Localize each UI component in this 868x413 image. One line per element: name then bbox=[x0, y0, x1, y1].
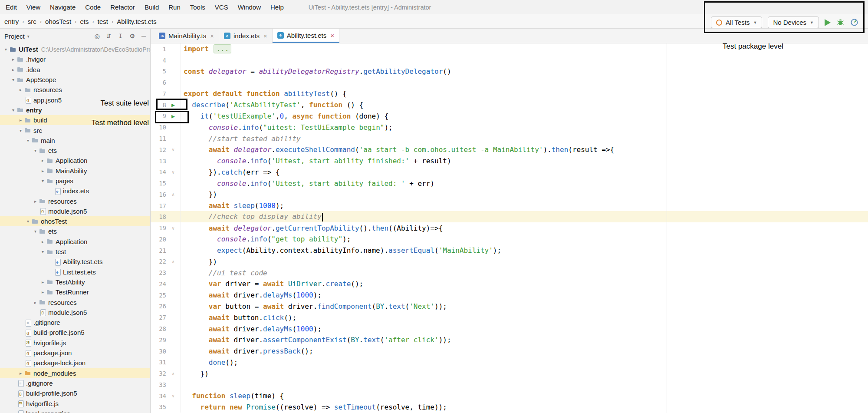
chevron-down-icon[interactable]: ▾ bbox=[39, 249, 46, 254]
tree-item-package-json[interactable]: package.json bbox=[0, 348, 150, 358]
code-text[interactable]: function sleep(time) { bbox=[181, 392, 284, 400]
menu-code[interactable]: Code bbox=[80, 3, 105, 11]
tree-item-gitignore[interactable]: .gitignore bbox=[0, 317, 150, 327]
code-text[interactable]: console.info('Uitest, start ability fini… bbox=[181, 157, 451, 165]
tree-item-build-profile-json5[interactable]: build-profile.json5 bbox=[0, 388, 150, 398]
tree-item-idea[interactable]: ▸.idea bbox=[0, 65, 150, 75]
tree-item-appscope[interactable]: ▾AppScope bbox=[0, 75, 150, 85]
code-text[interactable]: await delegator.executeShellCommand('aa … bbox=[181, 145, 614, 154]
code-text[interactable]: //start tested ability bbox=[181, 135, 301, 143]
tree-item-node-modules[interactable]: ▸node_modules bbox=[0, 368, 150, 378]
chevron-down-icon[interactable]: ▾ bbox=[10, 108, 16, 112]
tree-item-module-json5[interactable]: module.json5 bbox=[0, 206, 150, 216]
fold-icon[interactable]: ∨ bbox=[166, 147, 180, 152]
chevron-right-icon[interactable]: ▸ bbox=[32, 300, 39, 305]
breadcrumb-item-entry[interactable]: entry bbox=[4, 18, 19, 25]
breadcrumb-item-ability-test-ets[interactable]: Ability.test.ets bbox=[117, 18, 156, 25]
tree-item-uitest[interactable]: ▾UiTestC:\Users\Administrator\DevEcoStud… bbox=[0, 44, 150, 54]
chevron-right-icon[interactable]: ▸ bbox=[32, 199, 39, 204]
chevron-right-icon[interactable]: ▸ bbox=[39, 169, 46, 173]
code-text[interactable]: }) bbox=[181, 258, 217, 266]
tree-item-module-json5[interactable]: module.json5 bbox=[0, 307, 150, 317]
fold-icon[interactable]: ∧ bbox=[166, 259, 180, 264]
menu-tools[interactable]: Tools bbox=[185, 3, 210, 11]
code-editor[interactable]: 1import ...45const delegator = abilityDe… bbox=[151, 43, 868, 413]
menu-view[interactable]: View bbox=[22, 3, 45, 11]
tree-item-package-lock-json[interactable]: package-lock.json bbox=[0, 358, 150, 368]
chevron-right-icon[interactable]: ▸ bbox=[39, 280, 46, 284]
tree-item-main[interactable]: ▾main bbox=[0, 135, 150, 145]
tree-item-ohostest[interactable]: ▾ohosTest bbox=[0, 216, 150, 226]
menu-refactor[interactable]: Refactor bbox=[105, 3, 140, 11]
chevron-right-icon[interactable]: ▸ bbox=[17, 87, 24, 92]
code-text[interactable]: await delegator.getCurrentTopAbility().t… bbox=[181, 224, 443, 232]
tree-item-gitignore[interactable]: .gitignore bbox=[0, 378, 150, 388]
fold-icon[interactable]: ∧ bbox=[166, 192, 180, 197]
tab-mainability-ts[interactable]: MainAbility.ts× bbox=[154, 29, 219, 43]
hide-panel-icon[interactable]: ─ bbox=[141, 33, 146, 40]
tree-item-ets[interactable]: ▾ets bbox=[0, 226, 150, 236]
chevron-down-icon[interactable]: ▾ bbox=[10, 77, 16, 82]
chevron-down-icon[interactable]: ▾ bbox=[25, 138, 31, 143]
code-text[interactable]: await driver.assertComponentExist(BY.tex… bbox=[181, 336, 451, 344]
chevron-down-icon[interactable]: ▾ bbox=[32, 229, 39, 234]
tree-item-hvigor[interactable]: ▸.hvigor bbox=[0, 54, 150, 64]
menu-help[interactable]: Help bbox=[266, 3, 289, 11]
code-text[interactable]: await driver.pressBack(); bbox=[181, 347, 313, 355]
chevron-down-icon[interactable]: ▾ bbox=[17, 128, 24, 133]
close-icon[interactable]: × bbox=[210, 32, 214, 40]
breadcrumb-item-ets[interactable]: ets bbox=[80, 18, 89, 25]
chevron-right-icon[interactable]: ▸ bbox=[39, 239, 46, 244]
menu-edit[interactable]: Edit bbox=[1, 3, 22, 11]
tree-item-hvigorfile-js[interactable]: hvigorfile.js bbox=[0, 398, 150, 408]
code-text[interactable]: await driver.delayMs(1000); bbox=[181, 325, 322, 333]
code-text[interactable]: describe('ActsAbilityTest', function () … bbox=[181, 101, 363, 109]
fold-icon[interactable]: ∨ bbox=[166, 170, 180, 175]
tree-item-resources[interactable]: ▸resources bbox=[0, 297, 150, 307]
menu-window[interactable]: Window bbox=[233, 3, 266, 11]
chevron-down-icon[interactable]: ▾ bbox=[3, 47, 9, 52]
chevron-right-icon[interactable]: ▸ bbox=[39, 158, 46, 163]
fold-icon[interactable]: ∨ bbox=[166, 226, 180, 231]
tree-item-build-profile-json5[interactable]: build-profile.json5 bbox=[0, 327, 150, 337]
code-text[interactable]: return new Promise((resolve) => setTimeo… bbox=[181, 403, 447, 411]
fold-icon[interactable]: ∨ bbox=[166, 393, 180, 398]
tree-item-testrunner[interactable]: ▸TestRunner bbox=[0, 287, 150, 297]
tree-item-testability[interactable]: ▸TestAbility bbox=[0, 277, 150, 287]
project-panel-title[interactable]: Project bbox=[4, 33, 25, 40]
tree-item-ets[interactable]: ▾ets bbox=[0, 145, 150, 155]
code-text[interactable]: done(); bbox=[181, 358, 238, 367]
tree-item-ability-test-ets[interactable]: Ability.test.ets bbox=[0, 257, 150, 267]
breadcrumb-item-src[interactable]: src bbox=[28, 18, 36, 25]
chevron-down-icon[interactable]: ▾ bbox=[39, 178, 46, 183]
code-text[interactable]: //ui test code bbox=[181, 269, 267, 277]
settings-icon[interactable]: ⚙ bbox=[130, 33, 135, 40]
tab-ability-test-ets[interactable]: Ability.test.ets× bbox=[273, 29, 339, 43]
tree-item-resources[interactable]: ▸resources bbox=[0, 85, 150, 95]
chevron-down-icon[interactable]: ▾ bbox=[25, 219, 31, 224]
code-text[interactable]: await button.click(); bbox=[181, 314, 296, 322]
code-text[interactable]: }).catch(err => { bbox=[181, 168, 280, 176]
code-text[interactable]: console.info("uitest: TestUiExample begi… bbox=[181, 123, 393, 132]
chevron-right-icon[interactable]: ▸ bbox=[10, 57, 16, 62]
code-text[interactable]: await driver.delayMs(1000); bbox=[181, 291, 322, 299]
menu-build[interactable]: Build bbox=[140, 3, 164, 11]
code-text[interactable]: }) bbox=[181, 190, 217, 198]
chevron-right-icon[interactable]: ▸ bbox=[17, 371, 24, 376]
chevron-right-icon[interactable]: ▸ bbox=[17, 118, 24, 122]
close-icon[interactable]: × bbox=[263, 32, 267, 40]
code-text[interactable]: }) bbox=[181, 370, 209, 378]
tree-item-local-properties[interactable]: local.properties bbox=[0, 409, 150, 413]
tree-item-application[interactable]: ▸Application bbox=[0, 237, 150, 247]
menu-vcs[interactable]: VCS bbox=[210, 3, 233, 11]
code-text[interactable]: var button = await driver.findComponent(… bbox=[181, 302, 447, 311]
locate-icon[interactable]: ◎ bbox=[95, 33, 100, 40]
chevron-down-icon[interactable]: ▾ bbox=[32, 148, 39, 153]
code-text[interactable]: var driver = await UiDriver.create(); bbox=[181, 280, 363, 288]
code-text[interactable]: await sleep(1000); bbox=[181, 202, 284, 210]
code-text[interactable]: const delegator = abilityDelegatorRegist… bbox=[181, 67, 451, 76]
tree-item-hvigorfile-js[interactable]: hvigorfile.js bbox=[0, 338, 150, 348]
code-text[interactable]: it('testUiExample',0, async function (do… bbox=[181, 112, 388, 120]
menu-navigate[interactable]: Navigate bbox=[45, 3, 80, 11]
tree-item-resources[interactable]: ▸resources bbox=[0, 196, 150, 206]
